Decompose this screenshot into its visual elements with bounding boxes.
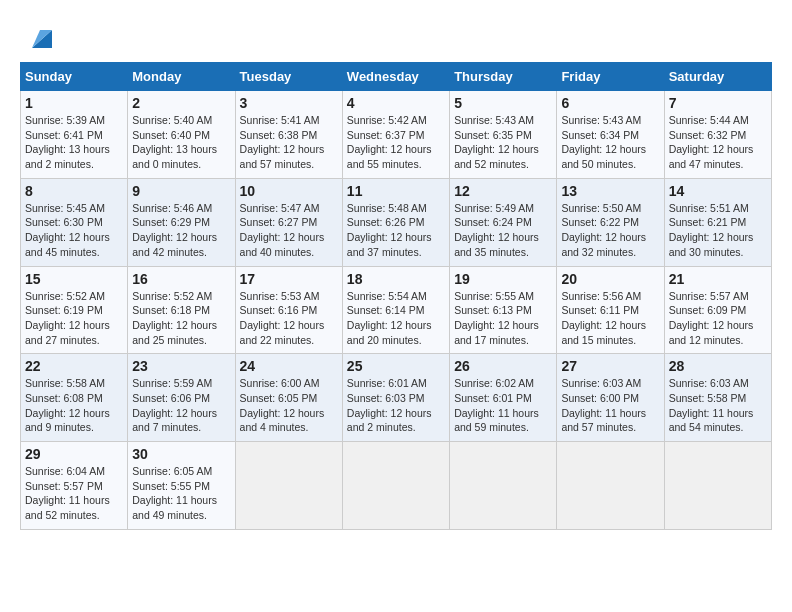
calendar-day-cell: 15 Sunrise: 5:52 AMSunset: 6:19 PMDaylig…	[21, 266, 128, 354]
calendar-day-cell: 30 Sunrise: 6:05 AMSunset: 5:55 PMDaylig…	[128, 442, 235, 530]
calendar-day-cell	[664, 442, 771, 530]
weekday-header: Wednesday	[342, 63, 449, 91]
calendar-day-cell: 27 Sunrise: 6:03 AMSunset: 6:00 PMDaylig…	[557, 354, 664, 442]
day-number: 15	[25, 271, 123, 287]
day-number: 4	[347, 95, 445, 111]
day-detail: Sunrise: 5:42 AMSunset: 6:37 PMDaylight:…	[347, 114, 432, 170]
calendar-day-cell: 13 Sunrise: 5:50 AMSunset: 6:22 PMDaylig…	[557, 178, 664, 266]
calendar-day-cell: 3 Sunrise: 5:41 AMSunset: 6:38 PMDayligh…	[235, 91, 342, 179]
day-number: 9	[132, 183, 230, 199]
day-detail: Sunrise: 5:58 AMSunset: 6:08 PMDaylight:…	[25, 377, 110, 433]
calendar-day-cell: 20 Sunrise: 5:56 AMSunset: 6:11 PMDaylig…	[557, 266, 664, 354]
calendar-day-cell: 16 Sunrise: 5:52 AMSunset: 6:18 PMDaylig…	[128, 266, 235, 354]
day-detail: Sunrise: 5:40 AMSunset: 6:40 PMDaylight:…	[132, 114, 217, 170]
day-detail: Sunrise: 5:44 AMSunset: 6:32 PMDaylight:…	[669, 114, 754, 170]
day-number: 19	[454, 271, 552, 287]
day-detail: Sunrise: 5:55 AMSunset: 6:13 PMDaylight:…	[454, 290, 539, 346]
calendar-day-cell	[557, 442, 664, 530]
calendar-week-row: 8 Sunrise: 5:45 AMSunset: 6:30 PMDayligh…	[21, 178, 772, 266]
calendar-day-cell: 6 Sunrise: 5:43 AMSunset: 6:34 PMDayligh…	[557, 91, 664, 179]
day-number: 2	[132, 95, 230, 111]
day-number: 30	[132, 446, 230, 462]
day-detail: Sunrise: 5:56 AMSunset: 6:11 PMDaylight:…	[561, 290, 646, 346]
day-number: 17	[240, 271, 338, 287]
day-number: 11	[347, 183, 445, 199]
calendar-day-cell: 2 Sunrise: 5:40 AMSunset: 6:40 PMDayligh…	[128, 91, 235, 179]
day-number: 10	[240, 183, 338, 199]
calendar-day-cell: 17 Sunrise: 5:53 AMSunset: 6:16 PMDaylig…	[235, 266, 342, 354]
day-number: 28	[669, 358, 767, 374]
day-number: 27	[561, 358, 659, 374]
day-detail: Sunrise: 5:43 AMSunset: 6:35 PMDaylight:…	[454, 114, 539, 170]
calendar-day-cell: 24 Sunrise: 6:00 AMSunset: 6:05 PMDaylig…	[235, 354, 342, 442]
day-detail: Sunrise: 6:03 AMSunset: 6:00 PMDaylight:…	[561, 377, 646, 433]
calendar-day-cell: 21 Sunrise: 5:57 AMSunset: 6:09 PMDaylig…	[664, 266, 771, 354]
day-detail: Sunrise: 5:57 AMSunset: 6:09 PMDaylight:…	[669, 290, 754, 346]
calendar-day-cell: 18 Sunrise: 5:54 AMSunset: 6:14 PMDaylig…	[342, 266, 449, 354]
calendar-week-row: 15 Sunrise: 5:52 AMSunset: 6:19 PMDaylig…	[21, 266, 772, 354]
day-detail: Sunrise: 5:50 AMSunset: 6:22 PMDaylight:…	[561, 202, 646, 258]
calendar-day-cell: 28 Sunrise: 6:03 AMSunset: 5:58 PMDaylig…	[664, 354, 771, 442]
weekday-header: Saturday	[664, 63, 771, 91]
calendar-day-cell: 7 Sunrise: 5:44 AMSunset: 6:32 PMDayligh…	[664, 91, 771, 179]
day-detail: Sunrise: 5:41 AMSunset: 6:38 PMDaylight:…	[240, 114, 325, 170]
day-detail: Sunrise: 5:51 AMSunset: 6:21 PMDaylight:…	[669, 202, 754, 258]
day-detail: Sunrise: 5:43 AMSunset: 6:34 PMDaylight:…	[561, 114, 646, 170]
day-number: 5	[454, 95, 552, 111]
page-header	[20, 20, 772, 52]
day-number: 22	[25, 358, 123, 374]
day-number: 18	[347, 271, 445, 287]
day-detail: Sunrise: 5:47 AMSunset: 6:27 PMDaylight:…	[240, 202, 325, 258]
calendar-week-row: 29 Sunrise: 6:04 AMSunset: 5:57 PMDaylig…	[21, 442, 772, 530]
calendar-day-cell	[342, 442, 449, 530]
calendar-day-cell: 11 Sunrise: 5:48 AMSunset: 6:26 PMDaylig…	[342, 178, 449, 266]
calendar-day-cell: 14 Sunrise: 5:51 AMSunset: 6:21 PMDaylig…	[664, 178, 771, 266]
weekday-header: Thursday	[450, 63, 557, 91]
calendar-day-cell: 1 Sunrise: 5:39 AMSunset: 6:41 PMDayligh…	[21, 91, 128, 179]
day-number: 20	[561, 271, 659, 287]
weekday-header: Sunday	[21, 63, 128, 91]
day-detail: Sunrise: 5:59 AMSunset: 6:06 PMDaylight:…	[132, 377, 217, 433]
logo	[20, 20, 56, 52]
day-number: 21	[669, 271, 767, 287]
day-detail: Sunrise: 5:45 AMSunset: 6:30 PMDaylight:…	[25, 202, 110, 258]
day-number: 3	[240, 95, 338, 111]
calendar-day-cell	[235, 442, 342, 530]
day-detail: Sunrise: 6:00 AMSunset: 6:05 PMDaylight:…	[240, 377, 325, 433]
day-number: 8	[25, 183, 123, 199]
day-number: 24	[240, 358, 338, 374]
calendar-day-cell: 5 Sunrise: 5:43 AMSunset: 6:35 PMDayligh…	[450, 91, 557, 179]
day-detail: Sunrise: 6:01 AMSunset: 6:03 PMDaylight:…	[347, 377, 432, 433]
day-number: 25	[347, 358, 445, 374]
day-number: 7	[669, 95, 767, 111]
day-detail: Sunrise: 5:39 AMSunset: 6:41 PMDaylight:…	[25, 114, 110, 170]
calendar-header-row: SundayMondayTuesdayWednesdayThursdayFrid…	[21, 63, 772, 91]
calendar-day-cell: 10 Sunrise: 5:47 AMSunset: 6:27 PMDaylig…	[235, 178, 342, 266]
day-detail: Sunrise: 5:48 AMSunset: 6:26 PMDaylight:…	[347, 202, 432, 258]
calendar-day-cell: 29 Sunrise: 6:04 AMSunset: 5:57 PMDaylig…	[21, 442, 128, 530]
day-detail: Sunrise: 6:03 AMSunset: 5:58 PMDaylight:…	[669, 377, 754, 433]
calendar-day-cell: 25 Sunrise: 6:01 AMSunset: 6:03 PMDaylig…	[342, 354, 449, 442]
calendar-day-cell: 23 Sunrise: 5:59 AMSunset: 6:06 PMDaylig…	[128, 354, 235, 442]
logo-icon	[24, 20, 56, 52]
day-number: 1	[25, 95, 123, 111]
calendar-day-cell: 22 Sunrise: 5:58 AMSunset: 6:08 PMDaylig…	[21, 354, 128, 442]
day-detail: Sunrise: 5:52 AMSunset: 6:18 PMDaylight:…	[132, 290, 217, 346]
day-detail: Sunrise: 5:52 AMSunset: 6:19 PMDaylight:…	[25, 290, 110, 346]
weekday-header: Monday	[128, 63, 235, 91]
day-detail: Sunrise: 6:04 AMSunset: 5:57 PMDaylight:…	[25, 465, 110, 521]
day-number: 12	[454, 183, 552, 199]
day-detail: Sunrise: 6:02 AMSunset: 6:01 PMDaylight:…	[454, 377, 539, 433]
day-detail: Sunrise: 6:05 AMSunset: 5:55 PMDaylight:…	[132, 465, 217, 521]
day-number: 23	[132, 358, 230, 374]
day-number: 29	[25, 446, 123, 462]
day-number: 16	[132, 271, 230, 287]
calendar-table: SundayMondayTuesdayWednesdayThursdayFrid…	[20, 62, 772, 530]
calendar-day-cell: 4 Sunrise: 5:42 AMSunset: 6:37 PMDayligh…	[342, 91, 449, 179]
weekday-header: Tuesday	[235, 63, 342, 91]
calendar-body: 1 Sunrise: 5:39 AMSunset: 6:41 PMDayligh…	[21, 91, 772, 530]
calendar-day-cell: 12 Sunrise: 5:49 AMSunset: 6:24 PMDaylig…	[450, 178, 557, 266]
calendar-day-cell: 19 Sunrise: 5:55 AMSunset: 6:13 PMDaylig…	[450, 266, 557, 354]
calendar-day-cell: 8 Sunrise: 5:45 AMSunset: 6:30 PMDayligh…	[21, 178, 128, 266]
day-detail: Sunrise: 5:46 AMSunset: 6:29 PMDaylight:…	[132, 202, 217, 258]
